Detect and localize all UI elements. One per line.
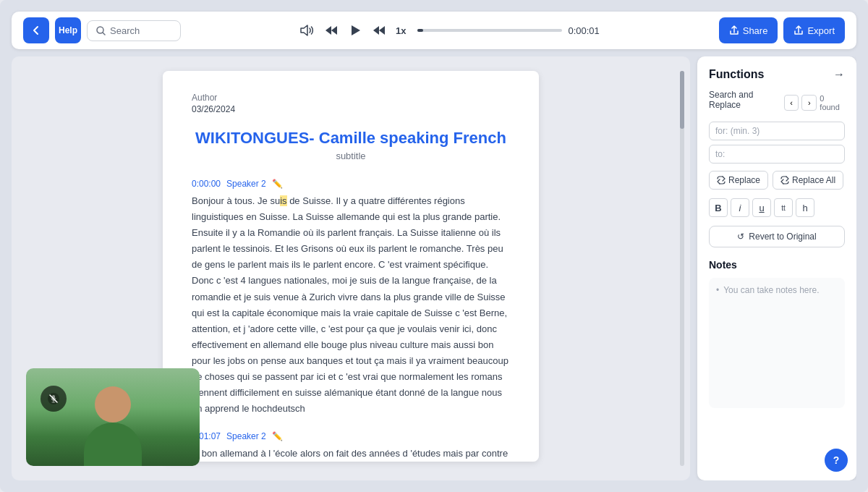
monospace-button[interactable]: tt — [774, 198, 793, 217]
speaker-label-1: Speaker 2 — [226, 179, 266, 189]
doc-title: WIKITONGUES- Camille speaking French — [192, 129, 510, 148]
sar-buttons: Replace Replace All — [709, 171, 845, 190]
mic-off-container — [41, 386, 67, 412]
mic-off-button[interactable] — [41, 386, 67, 412]
underline-button[interactable]: u — [752, 198, 771, 217]
progress-fill — [417, 29, 423, 32]
transcript-segment-2: 1:01:07 Speaker 2 ✏️ le bon allemand à l… — [192, 431, 510, 462]
toolbar: Help Search 1x — [12, 12, 856, 49]
help-circle-button[interactable]: ? — [825, 449, 848, 472]
export-label: Export — [807, 25, 835, 36]
doc-author-label: Author — [192, 93, 510, 103]
search-icon — [96, 26, 106, 35]
replace-label: Replace — [728, 175, 760, 185]
person-head — [95, 386, 131, 423]
export-icon — [793, 25, 804, 35]
italic-button[interactable]: i — [731, 198, 749, 217]
transcript-segment-1: 0:00:00 Speaker 2 ✏️ Bonjour à tous. Je … — [192, 179, 510, 417]
replace-icon — [717, 176, 726, 184]
notes-section: Notes You can take notes here. — [709, 259, 845, 469]
share-icon — [729, 25, 739, 35]
fast-forward-button[interactable] — [373, 25, 386, 35]
right-panel: Functions → Search and Replace ‹ › 0 fou… — [697, 56, 856, 480]
rewind-button[interactable] — [325, 25, 338, 35]
audio-controls-center: 1x 0:00:01 — [188, 23, 712, 38]
notes-title: Notes — [709, 259, 845, 271]
timestamp-1: 0:00:00 — [192, 179, 221, 189]
revert-label: Revert to Original — [749, 232, 816, 242]
functions-title: Functions — [709, 68, 764, 81]
progress-bar[interactable] — [417, 29, 562, 32]
share-label: Share — [743, 25, 768, 36]
replace-all-button[interactable]: Replace All — [773, 171, 843, 190]
revert-icon: ↺ — [737, 232, 744, 242]
segment-header-2: 1:01:07 Speaker 2 ✏️ — [192, 431, 510, 441]
rewind-icon — [325, 25, 338, 35]
replace-all-icon — [780, 176, 789, 184]
edit-icon-2[interactable]: ✏️ — [272, 431, 283, 441]
search-label: Search — [110, 25, 140, 36]
sar-inputs — [709, 122, 845, 164]
segment-header-1: 0:00:00 Speaker 2 ✏️ — [192, 179, 510, 189]
segment-text-2: le bon allemand à l 'école alors on fait… — [192, 446, 510, 462]
notes-placeholder: You can take notes here. — [716, 285, 838, 295]
document-paper: Author 03/26/2024 WIKITONGUES- Camille s… — [163, 71, 539, 462]
sar-prev-button[interactable]: ‹ — [784, 95, 799, 111]
speaker-label-2: Speaker 2 — [226, 431, 266, 441]
document-panel: Author 03/26/2024 WIKITONGUES- Camille s… — [12, 56, 690, 480]
functions-section: Functions → Search and Replace ‹ › 0 fou… — [709, 68, 845, 247]
highlight-text: is — [280, 195, 286, 206]
sar-for-input[interactable] — [709, 122, 845, 140]
replace-button[interactable]: Replace — [709, 171, 768, 190]
speed-badge[interactable]: 1x — [396, 25, 406, 36]
help-button[interactable]: Help — [55, 17, 81, 43]
sar-nav: ‹ › 0 found — [784, 94, 845, 111]
toolbar-left: Help Search — [23, 17, 181, 43]
replace-all-label: Replace All — [792, 175, 835, 185]
edit-icon-1[interactable]: ✏️ — [272, 179, 283, 189]
doc-date: 03/26/2024 — [192, 104, 510, 114]
sar-next-button[interactable]: › — [801, 95, 817, 111]
sar-header-row: Search and Replace ‹ › 0 found — [709, 90, 845, 116]
volume-button[interactable] — [300, 25, 315, 36]
notes-area[interactable]: You can take notes here. — [709, 278, 845, 408]
scrollbar-thumb[interactable] — [680, 71, 684, 129]
back-button[interactable] — [23, 17, 49, 43]
mic-off-icon — [47, 392, 60, 405]
doc-subtitle: subtitle — [192, 150, 510, 161]
play-button[interactable] — [348, 23, 362, 38]
search-box[interactable]: Search — [87, 20, 181, 41]
functions-header: Functions → — [709, 68, 845, 81]
time-display: 0:00:01 — [568, 25, 599, 36]
audio-controls: 1x — [300, 23, 406, 38]
main-content: Author 03/26/2024 WIKITONGUES- Camille s… — [12, 56, 856, 480]
person-body — [84, 423, 142, 466]
help-label: Help — [59, 25, 77, 35]
format-buttons: B i u tt h — [709, 198, 845, 217]
progress-bar-container: 0:00:01 — [417, 25, 599, 36]
volume-icon — [300, 25, 315, 36]
bold-button[interactable]: B — [709, 198, 728, 217]
video-thumbnail — [26, 368, 200, 466]
revert-button[interactable]: ↺ Revert to Original — [709, 226, 845, 247]
sar-found-label: 0 found — [820, 94, 845, 111]
segment-text-1: Bonjour à tous. Je suis de Suisse. Il y … — [192, 193, 510, 417]
app-container: Help Search 1x — [0, 0, 868, 492]
export-button[interactable]: Export — [783, 17, 845, 43]
play-icon — [348, 23, 362, 38]
sar-label: Search and Replace — [709, 90, 784, 110]
toolbar-right: Share Export — [719, 17, 845, 43]
share-button[interactable]: Share — [719, 17, 778, 43]
highlight-format-button[interactable]: h — [796, 198, 814, 217]
video-silhouette — [26, 368, 200, 466]
functions-arrow-button[interactable]: → — [833, 68, 845, 81]
scrollbar-track[interactable] — [680, 71, 684, 466]
fast-forward-icon — [373, 25, 386, 35]
sar-to-input[interactable] — [709, 145, 845, 164]
